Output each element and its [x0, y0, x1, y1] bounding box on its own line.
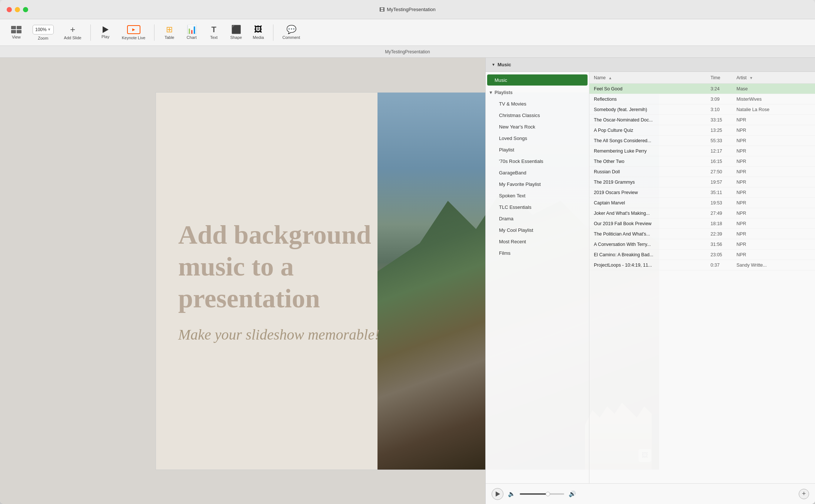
keynote-live-label: Keynote Live	[122, 36, 146, 40]
track-artist: NPR	[736, 242, 811, 247]
play-button[interactable]: Play	[95, 24, 116, 41]
track-time: 16:15	[711, 159, 736, 164]
close-button[interactable]	[7, 7, 12, 12]
minimize-button[interactable]	[15, 7, 20, 12]
volume-low-icon[interactable]: 🔈	[508, 490, 515, 497]
track-row[interactable]: The Politician And What's... 22:39 NPR	[589, 229, 815, 239]
sidebar-item-spoken-text[interactable]: Spoken Text	[487, 190, 588, 201]
track-time: 31:56	[711, 242, 736, 247]
table-label: Table	[164, 35, 174, 40]
track-row[interactable]: The 2019 Grammys 19:57 NPR	[589, 177, 815, 187]
sidebar-item-drama[interactable]: Drama	[487, 213, 588, 224]
zoom-value-display[interactable]: 100% ▼	[33, 25, 54, 34]
track-artist: NPR	[736, 169, 811, 174]
window-title: 🎞 MyTestingPresentation	[379, 7, 436, 13]
col-name-header[interactable]: Name ▲	[594, 75, 711, 80]
sidebar-item-my-cool-playlist[interactable]: My Cool Playlist	[487, 224, 588, 236]
sidebar-item-my-favorite-playlist[interactable]: My Favorite Playlist	[487, 178, 588, 190]
comment-button[interactable]: 💬 Comment	[278, 23, 305, 42]
view-label: View	[12, 35, 21, 39]
playlists-label: Playlists	[495, 90, 513, 95]
track-time: 35:11	[711, 190, 736, 195]
track-row[interactable]: Somebody (feat. Jeremih) 3:10 Natalie La…	[589, 104, 815, 115]
sidebar-music-label: Music	[495, 77, 507, 83]
sidebar-item-films[interactable]: Films	[487, 247, 588, 258]
track-row[interactable]: The Oscar-Nominated Doc... 33:15 NPR	[589, 115, 815, 125]
track-artist: NPR	[736, 190, 811, 195]
sidebar-item-christmas-classics[interactable]: Christmas Classics	[487, 110, 588, 121]
track-name: A Pop Culture Quiz	[594, 128, 711, 133]
track-row[interactable]: ProjectLoops - 10:4:19, 11... 0:37 Sandy…	[589, 260, 815, 270]
sidebar-item-most-recent[interactable]: Most Recent	[487, 236, 588, 247]
track-row[interactable]: Reflections 3:09 MisterWives	[589, 94, 815, 104]
chart-button[interactable]: 📊 Chart	[181, 23, 202, 42]
track-time: 33:15	[711, 117, 736, 123]
track-name: Captain Marvel	[594, 200, 711, 206]
slide-text-area: Add background music to a presentation M…	[178, 218, 430, 343]
track-time: 0:37	[711, 263, 736, 268]
document-tab[interactable]: MyTestingPresentation	[385, 49, 430, 54]
sidebar-item-music[interactable]: Music	[487, 74, 588, 86]
volume-high-icon[interactable]: 🔊	[569, 490, 576, 497]
col-artist-header[interactable]: Artist ▼	[736, 75, 811, 80]
track-row[interactable]: The Other Two 16:15 NPR	[589, 156, 815, 167]
zoom-label: Zoom	[38, 36, 48, 40]
track-name: 2019 Oscars Preview	[594, 190, 711, 195]
track-row[interactable]: Captain Marvel 19:53 NPR	[589, 198, 815, 208]
track-row[interactable]: A Pop Culture Quiz 13:25 NPR	[589, 125, 815, 136]
slide-editor[interactable]: Add background music to a presentation M…	[0, 58, 815, 504]
track-time: 19:53	[711, 200, 736, 206]
playlists-triangle: ▼	[489, 90, 493, 95]
sidebar-item-tlc-essentials[interactable]: TLC Essentials	[487, 201, 588, 213]
track-row[interactable]: The All Songs Considered... 55:33 NPR	[589, 136, 815, 146]
track-artist: NPR	[736, 252, 811, 257]
zoom-control[interactable]: 100% ▼ Zoom	[28, 23, 58, 43]
track-artist: NPR	[736, 221, 811, 226]
track-row[interactable]: 2019 Oscars Preview 35:11 NPR	[589, 187, 815, 198]
sidebar-item-garageband[interactable]: GarageBand	[487, 167, 588, 178]
track-row[interactable]: A Conversation With Terry... 31:56 NPR	[589, 239, 815, 250]
track-row[interactable]: Our 2019 Fall Book Preview 18:18 NPR	[589, 218, 815, 229]
sidebar-item-loved-songs[interactable]: Loved Songs	[487, 133, 588, 144]
track-name: Somebody (feat. Jeremih)	[594, 107, 711, 112]
track-row[interactable]: Russian Doll 27:50 NPR	[589, 167, 815, 177]
keynote-live-button[interactable]: Keynote Live	[117, 23, 150, 42]
col-time-header[interactable]: Time	[711, 75, 736, 80]
track-artist: NPR	[736, 180, 811, 185]
separator-3	[273, 24, 273, 41]
add-track-button[interactable]: +	[799, 489, 809, 499]
track-row[interactable]: Joker And What's Making... 27:49 NPR	[589, 208, 815, 218]
track-row[interactable]: El Camino: A Breaking Bad... 23:05 NPR	[589, 250, 815, 260]
slide-subtitle: Make your slideshow memorable!	[178, 326, 430, 343]
track-time: 23:05	[711, 252, 736, 257]
track-artist: NPR	[736, 128, 811, 133]
media-button[interactable]: 🖼 Media	[248, 23, 269, 42]
tracklist-body: Feel So Good 3:24 Mase Reflections 3:09 …	[589, 84, 815, 483]
music-tracklist: Name ▲ Time Artist ▼ Feel So Good	[589, 72, 815, 483]
shape-button[interactable]: ⬛ Shape	[226, 23, 246, 42]
track-name: Reflections	[594, 97, 711, 102]
volume-knob[interactable]	[546, 492, 550, 496]
add-slide-button[interactable]: + Add Slide	[60, 23, 86, 42]
view-icon	[11, 26, 21, 33]
sidebar-item-70s-rock[interactable]: '70s Rock Essentials	[487, 156, 588, 167]
table-button[interactable]: ⊞ Table	[159, 23, 180, 42]
track-time: 18:18	[711, 221, 736, 226]
track-row[interactable]: Remembering Luke Perry 12:17 NPR	[589, 146, 815, 156]
window-controls	[7, 7, 28, 12]
sidebar-item-tv-movies[interactable]: TV & Movies	[487, 98, 588, 109]
track-row[interactable]: Feel So Good 3:24 Mase	[589, 84, 815, 94]
playback-play-button[interactable]	[492, 488, 503, 500]
track-name: El Camino: A Breaking Bad...	[594, 252, 711, 257]
text-button[interactable]: T Text	[203, 23, 224, 42]
sidebar-item-new-years-rock[interactable]: New Year's Rock	[487, 121, 588, 132]
text-icon: T	[212, 26, 216, 34]
track-name: The Oscar-Nominated Doc...	[594, 117, 711, 123]
track-artist: NPR	[736, 117, 811, 123]
sidebar-item-playlist[interactable]: Playlist	[487, 144, 588, 155]
track-time: 55:33	[711, 138, 736, 143]
toolbar: View 100% ▼ Zoom + Add Slide Play	[0, 19, 815, 46]
view-button[interactable]: View	[6, 24, 27, 41]
maximize-button[interactable]	[23, 7, 28, 12]
volume-slider[interactable]	[520, 493, 564, 495]
